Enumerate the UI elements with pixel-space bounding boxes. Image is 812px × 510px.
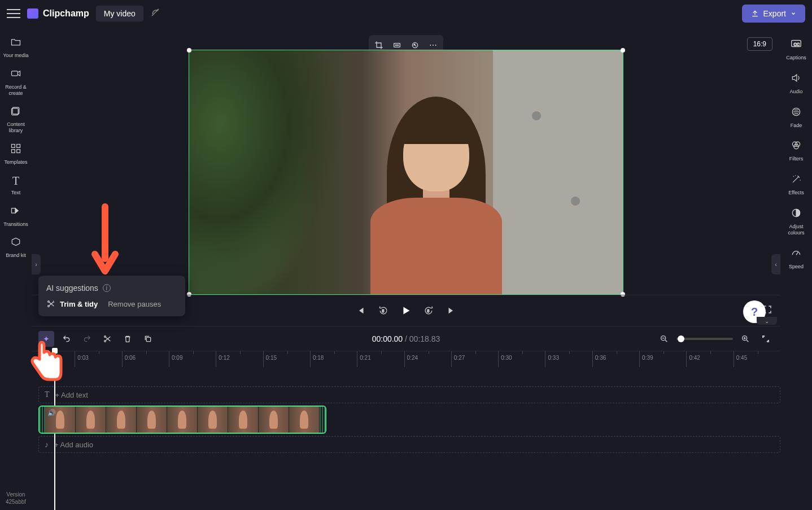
timeline-area: ✦ 00:00.00 / 00:18.83 0:03 0:06 0:09 — [32, 326, 780, 510]
video-clip[interactable]: 🔊 — [38, 406, 326, 434]
sidebar-item-label: Brand kit — [6, 252, 26, 259]
audio-track[interactable]: ♪ + Add audio — [38, 436, 780, 453]
zoom-thumb[interactable] — [678, 335, 684, 342]
speaker-icon — [791, 72, 802, 86]
svg-rect-1 — [12, 71, 18, 76]
rewind-5-button[interactable]: 5 — [374, 302, 392, 320]
contrast-icon — [791, 207, 802, 221]
menu-button[interactable] — [7, 7, 20, 20]
text-icon: T — [12, 175, 19, 188]
main-area: ⋯ 16:9 5 5 — [32, 27, 780, 510]
sidebar-item-your-media[interactable]: Your media — [0, 32, 32, 63]
clip-thumbnail — [76, 407, 106, 433]
sidebar-item-adjust-colours[interactable]: Adjust colours — [780, 202, 812, 242]
video-preview — [189, 50, 623, 294]
music-icon: ♪ — [45, 440, 49, 449]
timeline-toolbar: ✦ 00:00.00 / 00:18.83 — [32, 326, 780, 351]
clipchamp-logo-icon — [27, 8, 38, 19]
sidebar-item-fade[interactable]: Fade — [780, 101, 812, 134]
timeline-ruler[interactable]: 0:03 0:06 0:09 0:12 0:15 0:18 0:21 0:24 … — [32, 351, 780, 367]
wand-icon — [791, 173, 802, 188]
sidebar-item-label: Text — [11, 190, 21, 196]
sidebar-item-brand-kit[interactable]: Brand kit — [0, 232, 32, 263]
skip-back-button[interactable] — [352, 302, 370, 320]
fit-timeline-button[interactable] — [758, 331, 774, 347]
info-icon[interactable]: i — [103, 284, 111, 292]
add-text-label: + Add text — [55, 391, 88, 399]
sidebar-item-label: Effects — [788, 190, 804, 196]
sidebar-item-audio[interactable]: Audio — [780, 67, 812, 101]
svg-rect-4 — [12, 144, 15, 147]
sidebar-item-transitions[interactable]: Transitions — [0, 200, 32, 232]
app-logo[interactable]: Clipchamp — [27, 8, 89, 19]
project-name-button[interactable]: My video — [96, 6, 143, 21]
trim-tidy-option[interactable]: Trim & tidy — [46, 299, 98, 308]
clip-audio-icon: 🔊 — [47, 409, 56, 417]
clip-thumbnail — [259, 407, 289, 433]
sidebar-item-label: Filters — [789, 156, 804, 162]
gauge-icon — [791, 247, 802, 261]
app-header: Clipchamp My video Export — [0, 0, 812, 27]
redo-button[interactable] — [79, 331, 95, 347]
delete-button[interactable] — [120, 331, 136, 347]
annotation-pointer-icon — [26, 337, 64, 383]
export-button[interactable]: Export — [742, 5, 805, 23]
preview-canvas[interactable] — [189, 50, 623, 295]
ai-popup-title: AI suggestions i — [46, 284, 177, 293]
remove-pauses-option[interactable]: Remove pauses — [108, 300, 161, 308]
sidebar-item-label: Templates — [4, 159, 27, 165]
clip-thumbnail — [106, 407, 137, 433]
folder-icon — [10, 36, 21, 50]
clip-thumbnail — [228, 407, 259, 433]
sync-status-icon[interactable] — [150, 7, 160, 20]
sidebar-item-label: Speed — [789, 264, 804, 270]
sidebar-item-text[interactable]: T Text — [0, 170, 32, 200]
sidebar-item-record-create[interactable]: Record & create — [0, 63, 32, 101]
duplicate-button[interactable] — [140, 331, 156, 347]
clip-thumbnail — [198, 407, 228, 433]
current-time: 00:00.00 — [372, 334, 403, 343]
sidebar-item-captions[interactable]: CC Captions — [780, 32, 812, 67]
clip-thumbnail — [167, 407, 198, 433]
skip-forward-button[interactable] — [442, 302, 460, 320]
split-button[interactable] — [99, 331, 115, 347]
svg-rect-7 — [17, 150, 20, 153]
sidebar-item-label: Audio — [789, 89, 802, 95]
time-display: 00:00.00 / 00:18.83 — [372, 334, 440, 343]
sidebar-item-label: Fade — [791, 123, 802, 129]
timeline-expand-toggle[interactable]: ⌄ — [757, 317, 777, 325]
resize-handle-tr[interactable] — [621, 48, 625, 53]
sidebar-item-templates[interactable]: Templates — [0, 138, 32, 170]
resize-handle-tl[interactable] — [187, 48, 191, 53]
clip-thumbnail — [289, 407, 320, 433]
zoom-in-button[interactable] — [737, 331, 753, 347]
svg-point-29 — [48, 301, 50, 303]
sidebar-item-content-library[interactable]: Content library — [0, 101, 32, 138]
aspect-ratio-button[interactable]: 16:9 — [747, 37, 772, 51]
sidebar-item-filters[interactable]: Filters — [780, 134, 812, 168]
zoom-slider[interactable] — [676, 338, 733, 340]
text-icon: T — [45, 390, 50, 399]
svg-text:5: 5 — [382, 309, 385, 313]
version-info: Version 425abbf — [1, 486, 30, 510]
sidebar-item-label: Captions — [786, 55, 806, 61]
clip-right-handle[interactable] — [320, 407, 325, 433]
forward-5-button[interactable]: 5 — [420, 302, 438, 320]
clip-left-handle[interactable] — [40, 407, 45, 433]
play-button[interactable] — [397, 302, 415, 320]
sidebar-item-effects[interactable]: Effects — [780, 168, 812, 202]
svg-text:5: 5 — [427, 309, 430, 313]
transitions-icon — [10, 205, 21, 219]
annotation-arrow — [89, 202, 121, 276]
camera-icon — [10, 68, 21, 82]
export-label: Export — [763, 9, 786, 18]
templates-icon — [10, 143, 21, 157]
library-icon — [10, 105, 21, 119]
text-track[interactable]: T + Add text — [38, 386, 780, 403]
total-time: 00:18.83 — [409, 334, 440, 343]
add-audio-label: + Add audio — [54, 441, 93, 449]
zoom-controls — [656, 331, 774, 347]
zoom-out-button[interactable] — [656, 331, 672, 347]
brandkit-icon — [10, 236, 21, 250]
sidebar-item-speed[interactable]: Speed — [780, 242, 812, 276]
